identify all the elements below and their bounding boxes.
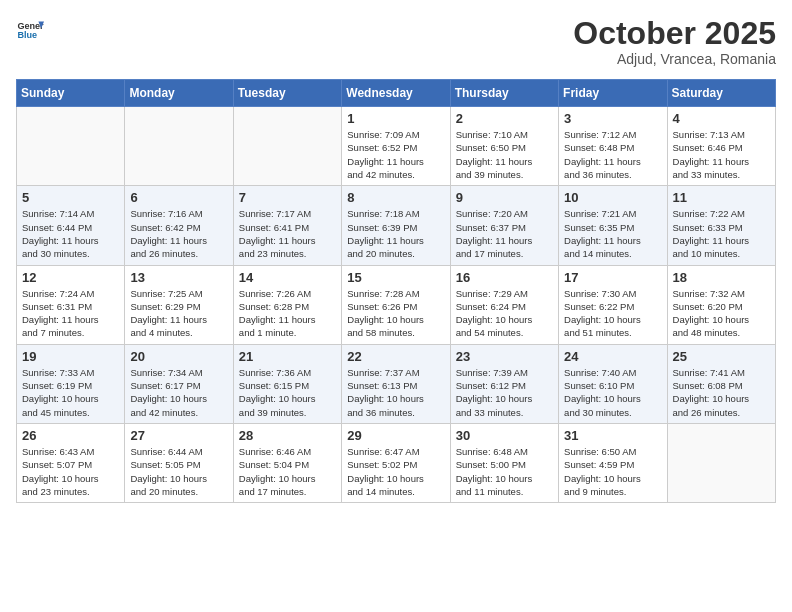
calendar-table: SundayMondayTuesdayWednesdayThursdayFrid… <box>16 79 776 503</box>
day-info: Sunrise: 7:14 AM Sunset: 6:44 PM Dayligh… <box>22 207 119 260</box>
day-number: 26 <box>22 428 119 443</box>
day-number: 20 <box>130 349 227 364</box>
day-number: 9 <box>456 190 553 205</box>
day-info: Sunrise: 7:17 AM Sunset: 6:41 PM Dayligh… <box>239 207 336 260</box>
month-title: October 2025 <box>573 16 776 51</box>
day-number: 24 <box>564 349 661 364</box>
calendar-cell <box>17 107 125 186</box>
day-number: 28 <box>239 428 336 443</box>
day-number: 23 <box>456 349 553 364</box>
calendar-cell: 16Sunrise: 7:29 AM Sunset: 6:24 PM Dayli… <box>450 265 558 344</box>
day-number: 2 <box>456 111 553 126</box>
calendar-cell <box>233 107 341 186</box>
calendar-cell: 22Sunrise: 7:37 AM Sunset: 6:13 PM Dayli… <box>342 344 450 423</box>
svg-text:Blue: Blue <box>17 30 37 40</box>
day-number: 13 <box>130 270 227 285</box>
calendar-cell: 2Sunrise: 7:10 AM Sunset: 6:50 PM Daylig… <box>450 107 558 186</box>
calendar-cell: 31Sunrise: 6:50 AM Sunset: 4:59 PM Dayli… <box>559 423 667 502</box>
calendar-cell: 11Sunrise: 7:22 AM Sunset: 6:33 PM Dayli… <box>667 186 775 265</box>
day-info: Sunrise: 7:36 AM Sunset: 6:15 PM Dayligh… <box>239 366 336 419</box>
calendar-week-row: 5Sunrise: 7:14 AM Sunset: 6:44 PM Daylig… <box>17 186 776 265</box>
day-number: 4 <box>673 111 770 126</box>
day-number: 18 <box>673 270 770 285</box>
day-info: Sunrise: 7:09 AM Sunset: 6:52 PM Dayligh… <box>347 128 444 181</box>
calendar-cell: 25Sunrise: 7:41 AM Sunset: 6:08 PM Dayli… <box>667 344 775 423</box>
calendar-cell: 21Sunrise: 7:36 AM Sunset: 6:15 PM Dayli… <box>233 344 341 423</box>
day-number: 21 <box>239 349 336 364</box>
calendar-cell: 3Sunrise: 7:12 AM Sunset: 6:48 PM Daylig… <box>559 107 667 186</box>
weekday-header-wednesday: Wednesday <box>342 80 450 107</box>
calendar-cell: 26Sunrise: 6:43 AM Sunset: 5:07 PM Dayli… <box>17 423 125 502</box>
day-number: 27 <box>130 428 227 443</box>
day-number: 10 <box>564 190 661 205</box>
calendar-cell <box>125 107 233 186</box>
calendar-cell: 23Sunrise: 7:39 AM Sunset: 6:12 PM Dayli… <box>450 344 558 423</box>
day-number: 8 <box>347 190 444 205</box>
location-subtitle: Adjud, Vrancea, Romania <box>573 51 776 67</box>
day-info: Sunrise: 7:24 AM Sunset: 6:31 PM Dayligh… <box>22 287 119 340</box>
day-info: Sunrise: 7:12 AM Sunset: 6:48 PM Dayligh… <box>564 128 661 181</box>
calendar-week-row: 26Sunrise: 6:43 AM Sunset: 5:07 PM Dayli… <box>17 423 776 502</box>
day-info: Sunrise: 7:21 AM Sunset: 6:35 PM Dayligh… <box>564 207 661 260</box>
header: General Blue October 2025 Adjud, Vrancea… <box>16 16 776 67</box>
day-number: 7 <box>239 190 336 205</box>
day-info: Sunrise: 7:10 AM Sunset: 6:50 PM Dayligh… <box>456 128 553 181</box>
day-number: 16 <box>456 270 553 285</box>
calendar-cell: 1Sunrise: 7:09 AM Sunset: 6:52 PM Daylig… <box>342 107 450 186</box>
day-info: Sunrise: 6:50 AM Sunset: 4:59 PM Dayligh… <box>564 445 661 498</box>
day-number: 17 <box>564 270 661 285</box>
day-info: Sunrise: 7:13 AM Sunset: 6:46 PM Dayligh… <box>673 128 770 181</box>
calendar-week-row: 19Sunrise: 7:33 AM Sunset: 6:19 PM Dayli… <box>17 344 776 423</box>
calendar-cell: 13Sunrise: 7:25 AM Sunset: 6:29 PM Dayli… <box>125 265 233 344</box>
day-number: 14 <box>239 270 336 285</box>
calendar-cell: 17Sunrise: 7:30 AM Sunset: 6:22 PM Dayli… <box>559 265 667 344</box>
calendar-cell: 9Sunrise: 7:20 AM Sunset: 6:37 PM Daylig… <box>450 186 558 265</box>
weekday-header-friday: Friday <box>559 80 667 107</box>
day-number: 6 <box>130 190 227 205</box>
day-number: 15 <box>347 270 444 285</box>
day-info: Sunrise: 7:26 AM Sunset: 6:28 PM Dayligh… <box>239 287 336 340</box>
day-number: 30 <box>456 428 553 443</box>
day-number: 12 <box>22 270 119 285</box>
weekday-header-sunday: Sunday <box>17 80 125 107</box>
day-info: Sunrise: 7:28 AM Sunset: 6:26 PM Dayligh… <box>347 287 444 340</box>
calendar-cell: 30Sunrise: 6:48 AM Sunset: 5:00 PM Dayli… <box>450 423 558 502</box>
calendar-cell: 27Sunrise: 6:44 AM Sunset: 5:05 PM Dayli… <box>125 423 233 502</box>
calendar-cell: 24Sunrise: 7:40 AM Sunset: 6:10 PM Dayli… <box>559 344 667 423</box>
day-info: Sunrise: 6:48 AM Sunset: 5:00 PM Dayligh… <box>456 445 553 498</box>
logo: General Blue <box>16 16 44 44</box>
calendar-cell: 15Sunrise: 7:28 AM Sunset: 6:26 PM Dayli… <box>342 265 450 344</box>
day-info: Sunrise: 7:16 AM Sunset: 6:42 PM Dayligh… <box>130 207 227 260</box>
day-info: Sunrise: 7:37 AM Sunset: 6:13 PM Dayligh… <box>347 366 444 419</box>
day-number: 19 <box>22 349 119 364</box>
day-info: Sunrise: 7:40 AM Sunset: 6:10 PM Dayligh… <box>564 366 661 419</box>
calendar-week-row: 12Sunrise: 7:24 AM Sunset: 6:31 PM Dayli… <box>17 265 776 344</box>
calendar-cell: 18Sunrise: 7:32 AM Sunset: 6:20 PM Dayli… <box>667 265 775 344</box>
calendar-cell: 4Sunrise: 7:13 AM Sunset: 6:46 PM Daylig… <box>667 107 775 186</box>
day-info: Sunrise: 7:32 AM Sunset: 6:20 PM Dayligh… <box>673 287 770 340</box>
day-number: 5 <box>22 190 119 205</box>
title-area: October 2025 Adjud, Vrancea, Romania <box>573 16 776 67</box>
day-info: Sunrise: 6:44 AM Sunset: 5:05 PM Dayligh… <box>130 445 227 498</box>
day-info: Sunrise: 7:34 AM Sunset: 6:17 PM Dayligh… <box>130 366 227 419</box>
day-info: Sunrise: 7:18 AM Sunset: 6:39 PM Dayligh… <box>347 207 444 260</box>
calendar-cell: 10Sunrise: 7:21 AM Sunset: 6:35 PM Dayli… <box>559 186 667 265</box>
weekday-header-row: SundayMondayTuesdayWednesdayThursdayFrid… <box>17 80 776 107</box>
day-info: Sunrise: 6:43 AM Sunset: 5:07 PM Dayligh… <box>22 445 119 498</box>
calendar-cell: 20Sunrise: 7:34 AM Sunset: 6:17 PM Dayli… <box>125 344 233 423</box>
weekday-header-saturday: Saturday <box>667 80 775 107</box>
day-info: Sunrise: 7:41 AM Sunset: 6:08 PM Dayligh… <box>673 366 770 419</box>
day-info: Sunrise: 7:39 AM Sunset: 6:12 PM Dayligh… <box>456 366 553 419</box>
day-info: Sunrise: 7:25 AM Sunset: 6:29 PM Dayligh… <box>130 287 227 340</box>
day-number: 3 <box>564 111 661 126</box>
day-number: 11 <box>673 190 770 205</box>
day-info: Sunrise: 7:22 AM Sunset: 6:33 PM Dayligh… <box>673 207 770 260</box>
day-info: Sunrise: 7:30 AM Sunset: 6:22 PM Dayligh… <box>564 287 661 340</box>
day-info: Sunrise: 7:20 AM Sunset: 6:37 PM Dayligh… <box>456 207 553 260</box>
weekday-header-thursday: Thursday <box>450 80 558 107</box>
day-number: 29 <box>347 428 444 443</box>
calendar-cell: 28Sunrise: 6:46 AM Sunset: 5:04 PM Dayli… <box>233 423 341 502</box>
calendar-week-row: 1Sunrise: 7:09 AM Sunset: 6:52 PM Daylig… <box>17 107 776 186</box>
day-info: Sunrise: 6:46 AM Sunset: 5:04 PM Dayligh… <box>239 445 336 498</box>
calendar-cell: 8Sunrise: 7:18 AM Sunset: 6:39 PM Daylig… <box>342 186 450 265</box>
